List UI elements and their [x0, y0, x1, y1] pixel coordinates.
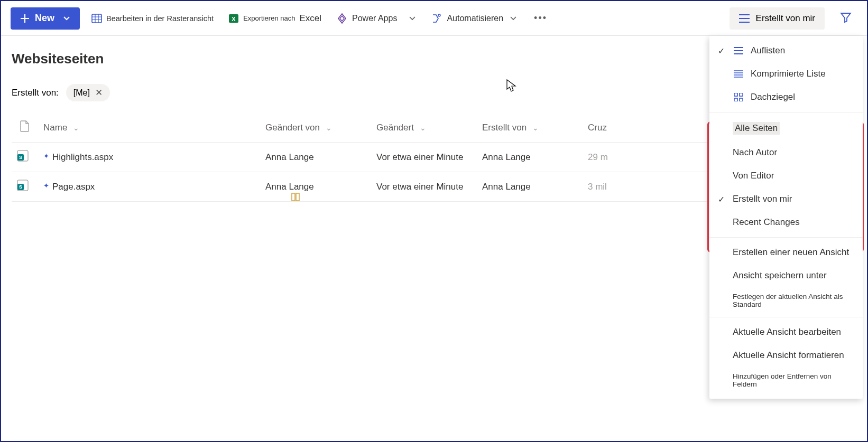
file-name-text: Highlights.aspx: [52, 152, 113, 163]
command-bar: New Bearbeiten in der Rasteransicht X Ex…: [1, 1, 867, 36]
saved-view-created-by-me[interactable]: ✓ Erstellt von mir: [709, 187, 863, 211]
power-apps-button[interactable]: Power Apps: [333, 13, 419, 24]
create-view-button[interactable]: Erstellen einer neuen Ansicht: [709, 241, 863, 264]
chevron-down-icon: ⌄: [420, 124, 426, 132]
col-modified[interactable]: Geändert ⌄: [371, 113, 477, 143]
new-marker-icon: ✦: [43, 182, 49, 190]
svg-rect-12: [734, 93, 737, 96]
sharepoint-page-icon: S: [17, 150, 29, 162]
col-name[interactable]: Name ⌄: [38, 113, 260, 143]
tiles-icon: [733, 93, 744, 101]
menu-separator: [709, 237, 863, 238]
export-text: Exportieren nach: [243, 14, 295, 22]
svg-rect-14: [734, 98, 737, 101]
flow-icon: [431, 13, 442, 24]
menu-item-label: Erstellen einer neuen Ansicht: [733, 247, 849, 258]
svg-rect-0: [92, 14, 101, 23]
view-menu: ✓ Auflisten Komprimierte Liste Dachziege…: [709, 36, 863, 399]
save-view-as-button[interactable]: Ansicht speichern unter: [709, 264, 863, 287]
saved-view-all-pages[interactable]: Alle Seiten: [709, 116, 863, 141]
saved-view-by-editor[interactable]: Von Editor: [709, 164, 863, 187]
cell-modified-by: Anna Lange: [260, 172, 371, 202]
col-name-label: Name: [43, 123, 67, 133]
chevron-down-icon: ⌄: [326, 124, 332, 132]
chevron-down-icon: ⌄: [532, 124, 539, 132]
col-created-by[interactable]: Erstellt von ⌄: [477, 113, 583, 143]
menu-item-label: Ansicht speichern unter: [733, 270, 827, 281]
checkmark-icon: ✓: [716, 46, 726, 56]
menu-item-label: Von Editor: [733, 171, 774, 181]
menu-item-label: Erstellt von mir: [733, 194, 792, 204]
export-excel-button[interactable]: X Exportieren nach Excel: [225, 13, 325, 24]
plus-icon: [20, 14, 30, 23]
col-created-by-label: Erstellt von: [482, 123, 527, 133]
funnel-icon: [839, 11, 852, 24]
saved-view-by-author[interactable]: Nach Autor: [709, 141, 863, 164]
cell-modified: Vor etwa einer Minute: [371, 172, 477, 202]
menu-item-label: Alle Seiten: [733, 122, 780, 135]
format-current-view-button[interactable]: Aktuelle Ansicht formatieren: [709, 344, 863, 367]
chevron-down-icon: [409, 15, 416, 22]
menu-item-label: Komprimierte Liste: [751, 69, 826, 79]
automate-button[interactable]: Automatisieren: [428, 13, 520, 24]
view-option-list[interactable]: ✓ Auflisten: [709, 39, 863, 62]
view-switcher-label: Erstellt von mir: [756, 13, 815, 24]
cell-created-by: Anna Lange: [477, 172, 583, 202]
svg-text:S: S: [19, 155, 22, 160]
edit-current-view-button[interactable]: Aktuelle Ansicht bearbeiten: [709, 321, 863, 344]
compact-list-icon: [733, 70, 744, 78]
add-remove-fields-button[interactable]: Hinzufügen oder Entfernen von Feldern: [709, 367, 863, 393]
close-icon[interactable]: ✕: [95, 87, 103, 98]
book-icon: [291, 192, 300, 204]
view-option-compact[interactable]: Komprimierte Liste: [709, 62, 863, 86]
svg-rect-10: [292, 193, 295, 201]
new-button[interactable]: New: [11, 7, 80, 30]
menu-item-label: Aktuelle Ansicht bearbeiten: [733, 327, 841, 337]
filter-chip-value: [Me]: [73, 88, 90, 98]
menu-item-label: Aktuelle Ansicht formatieren: [733, 350, 844, 361]
svg-point-3: [438, 14, 440, 16]
svg-rect-11: [296, 193, 299, 201]
file-type-cell: S: [12, 143, 38, 172]
chevron-down-icon: [510, 15, 517, 22]
col-modified-by-label: Geändert von: [265, 123, 320, 133]
more-actions-button[interactable]: •••: [529, 13, 552, 24]
col-type[interactable]: [12, 113, 38, 143]
filter-chip[interactable]: [Me] ✕: [66, 84, 110, 101]
file-name-text: Page.aspx: [52, 182, 95, 192]
powerapps-icon: [336, 13, 348, 24]
col-modified-by[interactable]: Geändert von ⌄: [260, 113, 371, 143]
cell-name[interactable]: ✦Page.aspx: [38, 172, 260, 202]
cell-name[interactable]: ✦Highlights.aspx: [38, 143, 260, 172]
menu-item-label: Nach Autor: [733, 147, 777, 158]
power-apps-label: Power Apps: [352, 14, 397, 23]
svg-text:X: X: [232, 16, 236, 22]
chevron-down-icon: ⌄: [73, 124, 79, 132]
filter-button[interactable]: [834, 11, 857, 26]
svg-text:S: S: [19, 184, 22, 190]
edit-grid-button[interactable]: Bearbeiten in der Rasteransicht: [88, 14, 217, 23]
list-icon: [733, 47, 744, 54]
menu-item-label: Auflisten: [751, 45, 785, 56]
list-icon: [739, 14, 750, 23]
col-modified-label: Geändert: [376, 123, 414, 133]
cell-modified: Vor etwa einer Minute: [371, 143, 477, 172]
menu-separator: [709, 317, 863, 317]
sharepoint-page-icon: S: [17, 180, 29, 191]
new-marker-icon: ✦: [43, 152, 49, 160]
menu-separator: [709, 112, 863, 112]
file-type-cell: S: [12, 172, 38, 202]
edit-grid-label: Bearbeiten in der Rasteransicht: [106, 14, 214, 23]
excel-icon: X: [228, 13, 239, 24]
menu-item-label: Recent Changes: [733, 217, 800, 228]
view-option-tiles[interactable]: Dachziegel: [709, 86, 863, 109]
menu-item-label: Dachziegel: [751, 92, 795, 102]
cell-created-by: Anna Lange: [477, 143, 583, 172]
saved-view-recent-changes[interactable]: Recent Changes: [709, 211, 863, 234]
set-default-view-button[interactable]: Festlegen der aktuellen Ansicht als Stan…: [709, 287, 863, 314]
chevron-down-icon: [63, 15, 70, 22]
new-button-label: New: [35, 13, 54, 24]
view-switcher-button[interactable]: Erstellt von mir: [730, 7, 825, 30]
svg-rect-15: [740, 98, 743, 101]
automate-label: Automatisieren: [447, 14, 503, 23]
